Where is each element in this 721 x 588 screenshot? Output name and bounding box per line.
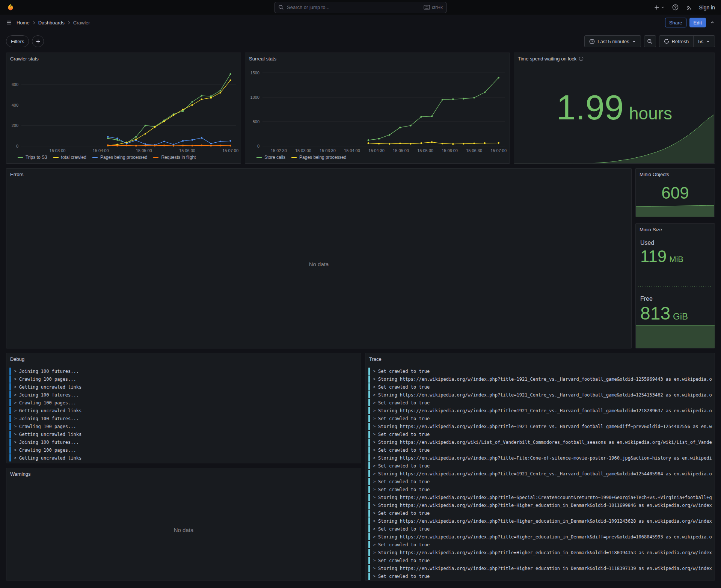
add-filter-button[interactable] bbox=[32, 35, 44, 47]
surreal-stats-chart[interactable]: 05001000150015:02:3015:03:0015:03:3015:0… bbox=[245, 64, 510, 154]
log-line[interactable]: >Crawling 100 pages... bbox=[9, 423, 358, 430]
legend-item[interactable]: Requests in flight bbox=[153, 155, 196, 160]
log-line[interactable]: >Storing https://en.wikipedia.org/w/inde… bbox=[368, 565, 712, 572]
log-line[interactable]: >Getting uncrawled links bbox=[9, 407, 358, 414]
log-line[interactable]: >Set crawled to true bbox=[368, 368, 712, 375]
info-icon[interactable] bbox=[579, 56, 584, 61]
log-line[interactable]: >Storing https://en.wikipedia.org/w/inde… bbox=[368, 549, 712, 556]
legend-item[interactable]: Store calls bbox=[256, 155, 285, 160]
search-bar[interactable]: ctrl+k bbox=[274, 2, 447, 13]
log-line[interactable]: >Storing https://en.wikipedia.org/w/inde… bbox=[368, 494, 712, 501]
log-line[interactable]: >Set crawled to true bbox=[368, 510, 712, 517]
search-input[interactable] bbox=[287, 5, 421, 10]
collapse-toolbar-button[interactable] bbox=[709, 19, 716, 26]
log-line[interactable]: >Crawling 100 pages... bbox=[9, 399, 358, 406]
stat-label: Used bbox=[640, 240, 710, 246]
edit-button[interactable]: Edit bbox=[689, 18, 706, 27]
log-line[interactable]: >Storing https://en.wikipedia.org/w/inde… bbox=[368, 470, 712, 477]
legend-item[interactable]: Pages being processed bbox=[291, 155, 346, 160]
panel-title: Time spend waiting on lock bbox=[518, 56, 576, 62]
log-line[interactable]: >Set crawled to true bbox=[368, 462, 712, 469]
log-line[interactable]: >Getting uncrawled links bbox=[9, 383, 358, 390]
panel-header[interactable]: Warnings bbox=[6, 468, 361, 479]
log-text: Crawling 100 pages... bbox=[19, 377, 76, 382]
log-line[interactable]: >Joining 100 futures... bbox=[9, 439, 358, 446]
panel-header[interactable]: Debug bbox=[6, 353, 361, 365]
news-rss-button[interactable] bbox=[685, 4, 693, 11]
log-caret: > bbox=[373, 464, 376, 468]
share-button[interactable]: Share bbox=[665, 18, 686, 27]
panel-title: Warnings bbox=[10, 471, 30, 477]
stat-value: 1.99 bbox=[557, 64, 624, 151]
panel-header[interactable]: Errors bbox=[6, 169, 631, 180]
log-line[interactable]: >Set crawled to true bbox=[368, 383, 712, 390]
crawler-stats-chart[interactable]: 020040060015:03:0015:04:0015:05:0015:06:… bbox=[6, 64, 241, 154]
log-line[interactable]: >Set crawled to true bbox=[368, 431, 712, 438]
panel-header[interactable]: Crawler stats bbox=[6, 53, 241, 64]
log-text: Getting uncrawled links bbox=[19, 455, 81, 461]
log-line[interactable]: >Storing https://en.wikipedia.org/w/inde… bbox=[368, 502, 712, 509]
filters-button[interactable]: Filters bbox=[6, 35, 29, 47]
panel-header[interactable]: Minio Objects bbox=[636, 169, 715, 180]
log-line[interactable]: >Storing https://en.wikipedia.org/w/inde… bbox=[368, 454, 712, 461]
panel-header[interactable]: Minio Size bbox=[636, 224, 715, 235]
panel-header[interactable]: Time spend waiting on lock bbox=[514, 53, 715, 64]
log-line[interactable]: >Set crawled to true bbox=[368, 557, 712, 564]
log-line[interactable]: >Storing https://en.wikipedia.org/w/inde… bbox=[368, 423, 712, 430]
debug-log-list[interactable]: >Joining 100 futures...>Crawling 100 pag… bbox=[6, 365, 361, 463]
svg-text:15:03:00: 15:03:00 bbox=[295, 148, 311, 153]
panel-warnings: Warnings No data bbox=[6, 468, 361, 580]
log-line[interactable]: >Set crawled to true bbox=[368, 478, 712, 485]
log-line[interactable]: >Set crawled to true bbox=[368, 573, 712, 580]
log-text: Storing https://en.wikipedia.org/w/index… bbox=[378, 566, 712, 571]
log-line[interactable]: >Joining 100 futures... bbox=[9, 368, 358, 375]
panel-header[interactable]: Surreal stats bbox=[245, 53, 510, 64]
breadcrumb-current: Crawler bbox=[73, 20, 90, 26]
log-line[interactable]: >Joining 100 futures... bbox=[9, 391, 358, 398]
log-line[interactable]: >Set crawled to true bbox=[368, 486, 712, 493]
help-button[interactable] bbox=[671, 3, 679, 11]
legend-item[interactable]: total crawled bbox=[53, 155, 86, 160]
log-line[interactable]: >Storing https://en.wikipedia.org/w/inde… bbox=[368, 375, 712, 383]
log-line[interactable]: >Crawling 100 pages... bbox=[9, 375, 358, 383]
log-text: Storing https://en.wikipedia.org/w/index… bbox=[378, 471, 712, 476]
refresh-interval-dropdown[interactable]: 5s bbox=[693, 35, 715, 47]
minio-objects-sparkline bbox=[636, 205, 714, 217]
log-text: Joining 100 futures... bbox=[19, 392, 79, 398]
log-caret: > bbox=[373, 495, 376, 499]
log-line[interactable]: >Set crawled to true bbox=[368, 399, 712, 406]
panel-header[interactable]: Trace bbox=[365, 353, 715, 365]
log-line[interactable]: >Storing https://en.wikipedia.org/w/inde… bbox=[368, 517, 712, 525]
svg-text:15:05:00: 15:05:00 bbox=[393, 148, 409, 153]
log-line[interactable]: >Crawling 100 pages... bbox=[9, 446, 358, 454]
log-line[interactable]: >Getting uncrawled links bbox=[9, 431, 358, 438]
log-line[interactable]: >Storing https://en.wikipedia.org/w/inde… bbox=[368, 407, 712, 414]
log-line[interactable]: >Set crawled to true bbox=[368, 446, 712, 454]
panel-minio-objects: Minio Objects 609 bbox=[635, 168, 715, 217]
svg-text:1000: 1000 bbox=[250, 95, 259, 100]
stat-label: Free bbox=[640, 296, 710, 302]
grafana-logo[interactable] bbox=[6, 3, 15, 12]
clock-icon bbox=[589, 39, 595, 44]
log-line[interactable]: >Getting uncrawled links bbox=[9, 454, 358, 461]
breadcrumb-home[interactable]: Home bbox=[17, 20, 30, 26]
log-line[interactable]: >Storing https://en.wikipedia.org/w/inde… bbox=[368, 391, 712, 398]
chevron-right-icon bbox=[32, 21, 36, 25]
legend-item[interactable]: Pages being processed bbox=[92, 155, 147, 160]
log-line[interactable]: >Set crawled to true bbox=[368, 415, 712, 422]
refresh-button[interactable]: Refresh bbox=[659, 35, 694, 47]
zoom-out-button[interactable] bbox=[644, 35, 656, 47]
log-line[interactable]: >Set crawled to true bbox=[368, 525, 712, 532]
legend-item[interactable]: Trips to S3 bbox=[18, 155, 47, 160]
log-line[interactable]: >Set crawled to true bbox=[368, 541, 712, 548]
add-new-button[interactable] bbox=[653, 4, 665, 11]
log-line[interactable]: >Joining 100 futures... bbox=[9, 415, 358, 422]
time-range-picker[interactable]: Last 5 minutes bbox=[584, 35, 641, 47]
trace-log-list[interactable]: >Set crawled to true>Storing https://en.… bbox=[365, 365, 715, 580]
log-line[interactable]: >Storing https://en.wikipedia.org/wiki/L… bbox=[368, 439, 712, 446]
mega-menu-toggle[interactable] bbox=[5, 19, 13, 26]
log-line[interactable]: >Storing https://en.wikipedia.org/w/inde… bbox=[368, 533, 712, 540]
refresh-group: Refresh 5s bbox=[659, 35, 715, 47]
sign-in-link[interactable]: Sign in bbox=[699, 5, 715, 11]
breadcrumb-dashboards[interactable]: Dashboards bbox=[38, 20, 65, 26]
